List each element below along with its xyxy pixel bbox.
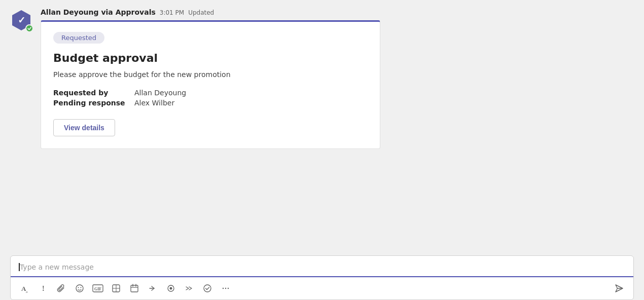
- svg-point-20: [204, 285, 211, 292]
- sender-name: Allan Deyoung via Approvals: [41, 8, 156, 16]
- svg-point-19: [170, 287, 172, 290]
- stream-icon[interactable]: [181, 280, 197, 296]
- input-area: Type a new message A a !: [0, 255, 644, 300]
- svg-text:✓: ✓: [18, 15, 25, 25]
- pending-response-value: Alex Wilber: [134, 99, 368, 107]
- svg-point-5: [76, 285, 83, 292]
- format-text-icon[interactable]: A a: [17, 280, 33, 296]
- toolbar: A a !: [11, 277, 633, 299]
- message-updated: Updated: [188, 9, 214, 16]
- approval-card: Requested Budget approval Please approve…: [41, 20, 380, 149]
- svg-rect-13: [131, 285, 138, 292]
- pending-response-label: Pending response: [53, 99, 134, 107]
- card-title: Budget approval: [53, 52, 368, 64]
- message-placeholder: Type a new message: [19, 263, 625, 271]
- message-header: Allan Deyoung via Approvals 3:01 PM Upda…: [41, 8, 634, 16]
- svg-text:a: a: [26, 290, 28, 293]
- audio-call-icon[interactable]: [163, 280, 179, 296]
- status-badge: Requested: [53, 32, 104, 44]
- message-input-box: Type a new message A a !: [10, 255, 634, 300]
- attach-icon[interactable]: [53, 280, 69, 296]
- forward-icon[interactable]: [145, 280, 161, 296]
- view-details-button[interactable]: View details: [53, 119, 115, 136]
- svg-text:GIF: GIF: [94, 287, 101, 291]
- verified-badge: [25, 24, 33, 32]
- svg-point-21: [223, 288, 224, 289]
- svg-point-7: [81, 287, 82, 288]
- gif-icon[interactable]: GIF: [90, 280, 106, 296]
- message-area: Allan Deyoung via Approvals 3:01 PM Upda…: [41, 8, 634, 149]
- placeholder-text: Type a new message: [20, 263, 94, 271]
- svg-point-23: [228, 288, 229, 289]
- svg-text:!: !: [42, 285, 45, 292]
- svg-point-22: [225, 288, 226, 289]
- send-button[interactable]: [611, 280, 627, 296]
- requested-by-label: Requested by: [53, 89, 134, 97]
- task-icon[interactable]: [199, 280, 216, 296]
- important-icon[interactable]: !: [35, 280, 51, 296]
- svg-point-6: [78, 287, 79, 288]
- message-time: 3:01 PM: [160, 9, 184, 16]
- avatar: ✓: [10, 9, 32, 31]
- schedule-meeting-icon[interactable]: [126, 280, 142, 296]
- card-description: Please approve the budget for the new pr…: [53, 70, 368, 79]
- more-options-icon[interactable]: [218, 280, 234, 296]
- card-details: Requested by Allan Deyoung Pending respo…: [53, 89, 368, 107]
- emoji-icon[interactable]: [71, 280, 88, 296]
- requested-by-value: Allan Deyoung: [134, 89, 368, 97]
- sticker-icon[interactable]: [108, 280, 124, 296]
- input-field-row[interactable]: Type a new message: [11, 256, 633, 277]
